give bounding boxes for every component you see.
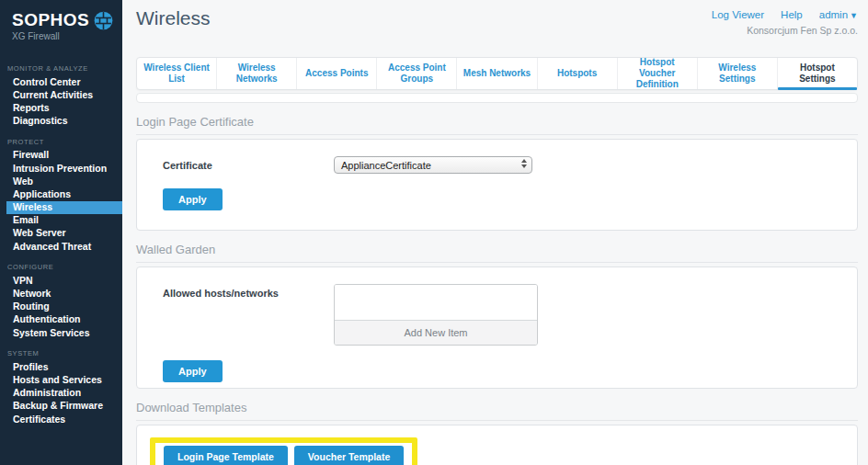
sidebar-item-network[interactable]: Network xyxy=(0,287,122,300)
allowed-hosts-label: Allowed hosts/networks xyxy=(163,284,334,299)
nav-section-label-system: SYSTEM xyxy=(0,339,122,360)
apply-walled-garden-button[interactable]: Apply xyxy=(163,360,223,382)
tab-hotspot-settings[interactable]: Hotspot Settings xyxy=(777,58,857,89)
brand-logo: SOPHOS xyxy=(12,10,89,30)
walled-garden-panel: Allowed hosts/networks Add New Item Appl… xyxy=(136,267,858,389)
download-templates-panel: Login Page Template Voucher Template xyxy=(136,425,858,465)
scrolled-panel-edge xyxy=(136,93,858,103)
tab-access-point-groups[interactable]: Access Point Groups xyxy=(376,58,456,89)
sidebar-item-authentication[interactable]: Authentication xyxy=(0,313,122,326)
select-stepper-icon xyxy=(521,159,527,168)
tab-wireless-settings[interactable]: Wireless Settings xyxy=(697,58,777,89)
certificate-label: Certificate xyxy=(163,156,334,171)
chevron-down-icon: ▼ xyxy=(850,11,858,20)
firewall-brick-circle-icon xyxy=(94,11,113,30)
apply-certificate-button[interactable]: Apply xyxy=(163,188,223,210)
tab-bar: Wireless Client ListWireless NetworksAcc… xyxy=(136,57,858,90)
add-new-item-button[interactable]: Add New Item xyxy=(335,320,537,345)
allowed-hosts-list[interactable] xyxy=(335,285,537,320)
sidebar-item-administration[interactable]: Administration xyxy=(0,387,122,400)
login-page-certificate-panel: Certificate ApplianceCertificate Apply xyxy=(136,139,858,231)
brand-product: XG Firewall xyxy=(12,31,122,41)
sidebar-item-reports[interactable]: Reports xyxy=(0,101,122,114)
sidebar-item-system-services[interactable]: System Services xyxy=(0,326,122,339)
sidebar-item-wireless[interactable]: Wireless xyxy=(6,201,122,214)
section-title-download-templates: Download Templates xyxy=(136,398,858,421)
voucher-template-button[interactable]: Voucher Template xyxy=(294,446,404,465)
sidebar-item-web-server[interactable]: Web Server xyxy=(0,227,122,240)
sidebar-item-applications[interactable]: Applications xyxy=(0,187,122,200)
tab-access-points[interactable]: Access Points xyxy=(296,58,376,89)
help-link[interactable]: Help xyxy=(781,9,803,20)
page-header: Wireless Log Viewer Help admin▼ Konsorcj… xyxy=(122,0,868,57)
sidebar-item-email[interactable]: Email xyxy=(0,214,122,227)
nav-section-label-protect: PROTECT xyxy=(0,128,122,149)
certificate-select-value: ApplianceCertificate xyxy=(341,160,431,171)
sidebar-item-control-center[interactable]: Control Center xyxy=(0,75,122,88)
sidebar-item-hosts-and-services[interactable]: Hosts and Services xyxy=(0,373,122,386)
sidebar-item-profiles[interactable]: Profiles xyxy=(0,360,122,373)
tab-wireless-networks[interactable]: Wireless Networks xyxy=(216,58,296,89)
page-title: Wireless xyxy=(136,7,211,29)
sidebar: SOPHOS XG Firewall MONITOR & ANALYZECont… xyxy=(0,0,122,465)
sidebar-item-web[interactable]: Web xyxy=(0,175,122,187)
tab-hotspots[interactable]: Hotspots xyxy=(537,58,617,89)
sidebar-item-current-activities[interactable]: Current Activities xyxy=(0,88,122,101)
brand-block: SOPHOS XG Firewall xyxy=(0,0,122,41)
sidebar-item-routing[interactable]: Routing xyxy=(0,301,122,313)
allowed-hosts-listbox: Add New Item xyxy=(334,284,538,346)
nav-section-label-monitor-analyze: MONITOR & ANALYZE xyxy=(0,54,122,75)
login-page-template-button[interactable]: Login Page Template xyxy=(164,446,288,465)
admin-menu[interactable]: admin▼ xyxy=(819,9,858,20)
company-name: Konsorcjum Fen Sp z.o.o. xyxy=(747,25,858,36)
sidebar-item-diagnostics[interactable]: Diagnostics xyxy=(0,115,122,128)
highlight-annotation: Login Page Template Voucher Template xyxy=(150,437,417,465)
sidebar-item-certificates[interactable]: Certificates xyxy=(0,413,122,425)
sidebar-item-vpn[interactable]: VPN xyxy=(0,274,122,287)
sidebar-item-advanced-threat[interactable]: Advanced Threat xyxy=(0,240,122,253)
tab-hotspot-voucher-definition[interactable]: Hotspot Voucher Definition xyxy=(617,58,697,89)
main-area: Wireless Log Viewer Help admin▼ Konsorcj… xyxy=(122,0,868,465)
section-title-walled-garden: Walled Garden xyxy=(136,240,858,263)
nav-section-label-configure: CONFIGURE xyxy=(0,253,122,274)
log-viewer-link[interactable]: Log Viewer xyxy=(712,9,764,20)
sidebar-nav: MONITOR & ANALYZEControl CenterCurrent A… xyxy=(0,54,122,425)
tab-mesh-networks[interactable]: Mesh Networks xyxy=(456,58,536,89)
certificate-select[interactable]: ApplianceCertificate xyxy=(334,156,532,174)
section-title-login-page-certificate: Login Page Certificate xyxy=(136,112,858,135)
sidebar-item-intrusion-prevention[interactable]: Intrusion Prevention xyxy=(0,162,122,175)
tab-wireless-client-list[interactable]: Wireless Client List xyxy=(137,58,216,89)
sidebar-item-firewall[interactable]: Firewall xyxy=(0,149,122,162)
sidebar-item-backup-firmware[interactable]: Backup & Firmware xyxy=(0,400,122,413)
